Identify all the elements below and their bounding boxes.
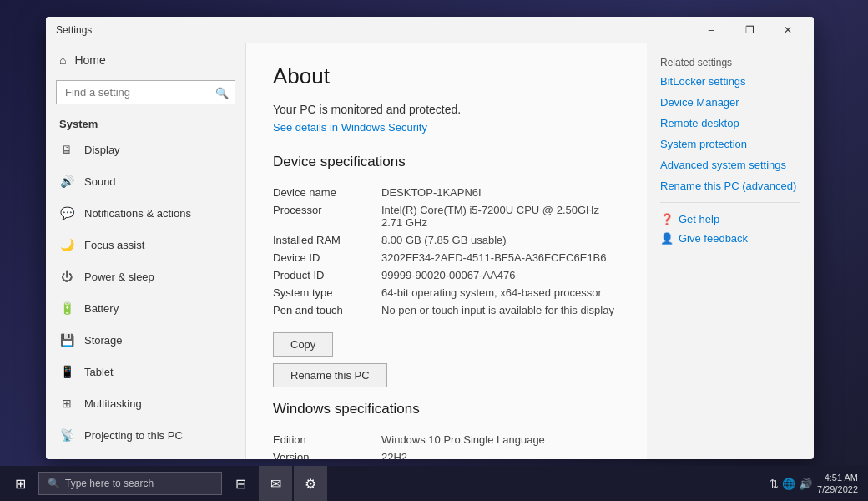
taskbar-right: ⇅ 🌐 🔊 4:51 AM 7/29/2022: [770, 472, 865, 496]
spec-value-system-type: 64-bit operating system, x64-based proce…: [381, 286, 602, 299]
task-view-button[interactable]: ⊟: [224, 466, 257, 501]
start-button[interactable]: ⊞: [3, 466, 37, 501]
windows-specs-table: Edition Windows 10 Pro Single Language V…: [273, 431, 620, 459]
device-specs-table: Device name DESKTOP-1KAPN6I Processor In…: [273, 184, 620, 319]
sidebar-item-battery[interactable]: 🔋 Battery: [46, 292, 245, 324]
battery-icon: 🔋: [59, 301, 74, 316]
bitlocker-link[interactable]: BitLocker settings: [660, 75, 800, 88]
spec-row-edition: Edition Windows 10 Pro Single Language: [273, 431, 620, 448]
spec-label-device-name: Device name: [273, 186, 381, 199]
sidebar-label-display: Display: [84, 144, 120, 156]
sidebar-label-focus: Focus assist: [84, 239, 144, 251]
focus-icon: 🌙: [59, 237, 74, 252]
sidebar-item-projecting[interactable]: 📡 Projecting to this PC: [46, 419, 245, 451]
tablet-icon: 📱: [59, 364, 74, 379]
taskbar-arrows-icon: ⇅: [770, 478, 779, 490]
sidebar-item-notifications[interactable]: 💬 Notifications & actions: [46, 197, 245, 229]
window-title: Settings: [56, 24, 92, 36]
taskbar-date-display: 7/29/2022: [817, 483, 858, 495]
home-icon: ⌂: [59, 53, 66, 67]
taskbar-system-icons: ⇅ 🌐 🔊: [770, 478, 812, 490]
maximize-button[interactable]: ❐: [730, 17, 769, 43]
sidebar-label-storage: Storage: [84, 334, 123, 347]
feedback-icon: 👤: [660, 232, 674, 245]
spec-value-processor: Intel(R) Core(TM) i5-7200U CPU @ 2.50GHz…: [381, 204, 620, 229]
window-controls: – ❐ ✕: [692, 17, 807, 43]
taskbar-clock[interactable]: 4:51 AM 7/29/2022: [817, 472, 858, 496]
minimize-button[interactable]: –: [692, 17, 730, 43]
page-title: About: [273, 63, 620, 89]
taskbar-search[interactable]: 🔍 Type here to search: [38, 472, 222, 495]
spec-label-ram: Installed RAM: [273, 234, 381, 246]
rename-pc-button[interactable]: Rename this PC: [273, 363, 387, 387]
rename-advanced-link[interactable]: Rename this PC (advanced): [660, 180, 800, 192]
give-feedback-action[interactable]: 👤 Give feedback: [660, 232, 800, 245]
taskbar-search-text: Type here to search: [65, 478, 154, 489]
search-icon: 🔍: [215, 86, 229, 99]
content-area: About Your PC is monitored and protected…: [246, 43, 814, 459]
desktop: Settings – ❐ ✕ ⌂ Home 🔍 System: [0, 0, 868, 501]
spec-label-processor: Processor: [273, 204, 381, 229]
device-specs-title: Device specifications: [273, 154, 620, 170]
sidebar-item-storage[interactable]: 💾 Storage: [46, 324, 245, 356]
help-icon: ❓: [660, 213, 674, 225]
sidebar-home-label: Home: [74, 53, 105, 67]
storage-icon: 💾: [59, 332, 74, 347]
windows-specs-title: Windows specifications: [273, 401, 620, 418]
spec-row-product-id: Product ID 99999-90020-00067-AA476: [273, 266, 620, 284]
spec-value-version: 22H2: [381, 451, 407, 459]
spec-row-system-type: System type 64-bit operating system, x64…: [273, 284, 620, 301]
mail-button[interactable]: ✉: [259, 466, 292, 501]
spec-value-ram: 8.00 GB (7.85 GB usable): [381, 234, 507, 246]
related-settings-label: Related settings: [660, 57, 800, 68]
settings-taskbar-button[interactable]: ⚙: [294, 466, 327, 501]
power-icon: ⏻: [59, 269, 74, 284]
taskbar-search-icon: 🔍: [48, 478, 60, 489]
taskbar: ⊞ 🔍 Type here to search ⊟ ✉ ⚙ ⇅ 🌐 🔊 4:51…: [0, 466, 868, 501]
get-help-action[interactable]: ❓ Get help: [660, 213, 800, 225]
spec-label-device-id: Device ID: [273, 251, 381, 264]
sidebar-label-power: Power & sleep: [84, 271, 154, 283]
sidebar-item-sound[interactable]: 🔊 Sound: [46, 165, 245, 197]
sidebar-item-power[interactable]: ⏻ Power & sleep: [46, 261, 245, 292]
search-input[interactable]: [56, 80, 235, 104]
sound-icon: 🔊: [59, 174, 74, 189]
spec-value-device-id: 3202FF34-2AED-4511-BF5A-A36FCEC6E1B6: [381, 251, 607, 264]
spec-value-pen-touch: No pen or touch input is available for t…: [381, 304, 614, 316]
sidebar-item-display[interactable]: 🖥 Display: [46, 134, 245, 165]
remote-desktop-link[interactable]: Remote desktop: [660, 117, 800, 129]
spec-value-product-id: 99999-90020-00067-AA476: [381, 269, 515, 281]
spec-row-ram: Installed RAM 8.00 GB (7.85 GB usable): [273, 231, 620, 249]
help-label: Get help: [679, 213, 719, 225]
feedback-label: Give feedback: [679, 232, 748, 245]
display-icon: 🖥: [59, 142, 74, 157]
device-manager-link[interactable]: Device Manager: [660, 96, 800, 109]
multitasking-icon: ⊞: [59, 396, 74, 411]
sidebar-item-multitasking[interactable]: ⊞ Multitasking: [46, 387, 245, 419]
sidebar-item-tablet[interactable]: 📱 Tablet: [46, 356, 245, 387]
security-link[interactable]: See details in Windows Security: [273, 121, 620, 134]
sidebar-label-tablet: Tablet: [84, 366, 114, 378]
spec-label-system-type: System type: [273, 286, 381, 299]
system-section-label: System: [46, 111, 245, 134]
spec-label-product-id: Product ID: [273, 269, 381, 281]
right-panel: Related settings BitLocker settings Devi…: [647, 43, 814, 459]
sidebar: ⌂ Home 🔍 System 🖥 Display 🔊 Sound �: [46, 43, 246, 459]
advanced-system-link[interactable]: Advanced system settings: [660, 159, 800, 171]
sidebar-item-focus[interactable]: 🌙 Focus assist: [46, 229, 245, 261]
right-divider: [660, 202, 800, 203]
taskbar-network-icon: 🌐: [782, 478, 795, 490]
main-content: About Your PC is monitored and protected…: [246, 43, 647, 459]
sidebar-label-battery: Battery: [84, 302, 119, 315]
spec-label-version: Version: [273, 451, 381, 459]
spec-row-device-name: Device name DESKTOP-1KAPN6I: [273, 184, 620, 201]
title-bar: Settings – ❐ ✕: [46, 17, 814, 43]
taskbar-volume-icon: 🔊: [799, 478, 812, 490]
spec-label-pen-touch: Pen and touch: [273, 304, 381, 316]
close-button[interactable]: ✕: [769, 17, 807, 43]
system-protection-link[interactable]: System protection: [660, 138, 800, 150]
copy-button[interactable]: Copy: [273, 332, 333, 357]
sidebar-item-home[interactable]: ⌂ Home: [46, 43, 245, 77]
spec-value-device-name: DESKTOP-1KAPN6I: [381, 186, 482, 199]
spec-value-edition: Windows 10 Pro Single Language: [381, 433, 545, 446]
